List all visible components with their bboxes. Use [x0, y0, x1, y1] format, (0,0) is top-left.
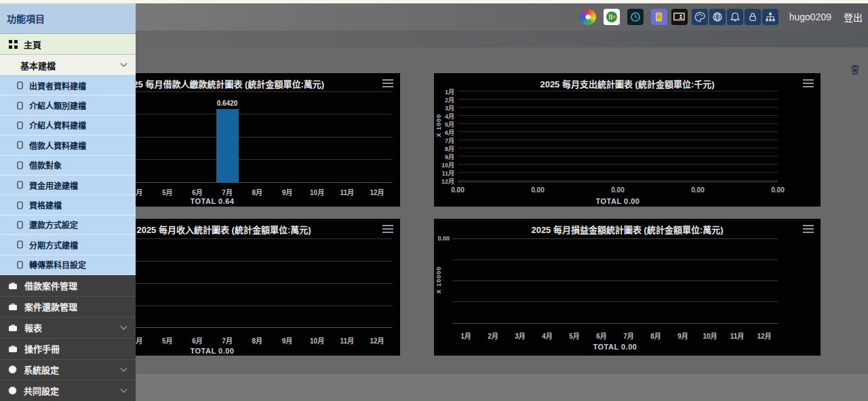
- sidebar-item-qualification[interactable]: 資格建檔: [0, 195, 136, 215]
- hamburger-menu-icon[interactable]: [803, 79, 814, 87]
- sidebar-item-label: 主頁: [24, 38, 41, 51]
- bell-icon[interactable]: [727, 9, 743, 25]
- sphere-icon: [8, 386, 17, 395]
- form-icon: [17, 121, 23, 129]
- sidebar-item-manual[interactable]: 操作手冊: [0, 338, 136, 359]
- sidebar-item-installment-method[interactable]: 分期方式建檔: [0, 235, 136, 255]
- sidebar-item-system-settings[interactable]: 系統設定: [0, 359, 136, 380]
- username[interactable]: hugo0209: [789, 12, 831, 22]
- y-axis-zero-tick: 0.00: [434, 235, 450, 242]
- sidebar-title: 功能項目: [0, 3, 136, 34]
- gridline: [458, 115, 778, 116]
- form-icon: [17, 141, 23, 149]
- chart-panel-profit: 2025 每月損益金額統計圖表 (統計金額單位:萬元) 0.00 X 10000…: [434, 219, 821, 356]
- chart-total-label: TOTAL 0.00: [458, 197, 778, 205]
- sidebar-group-label: 基本建檔: [20, 59, 56, 72]
- chevron-down-icon: [120, 325, 127, 330]
- chart-title: 2025 每月支出統計圖表 (統計金額單位:千元): [434, 77, 821, 90]
- presentation-icon[interactable]: [671, 9, 688, 25]
- briefcase-icon: [8, 345, 18, 353]
- plot-area: [452, 238, 778, 324]
- hamburger-menu-icon[interactable]: [803, 225, 814, 233]
- sidebar-item-referrer-category[interactable]: 介紹人類別建檔: [0, 96, 136, 115]
- y-axis-labels: 1月2月3月4月5月6月7月8月9月10月11月12月: [434, 88, 454, 186]
- sidebar-item-home[interactable]: 主頁: [0, 34, 136, 55]
- x-axis-ticks: 0.00 0.00 0.00 0.00 0.00: [458, 186, 778, 194]
- form-icon: [17, 261, 23, 269]
- form-icon: [17, 221, 23, 229]
- gridline: [458, 164, 778, 165]
- gridline: [458, 140, 778, 140]
- chart-title: 2025 每月損益金額統計圖表 (統計金額單位:萬元): [434, 223, 821, 236]
- gridline: [452, 259, 778, 260]
- gridline: [452, 301, 778, 302]
- palette-icon[interactable]: [692, 9, 708, 25]
- gridline: [452, 280, 778, 281]
- chevron-down-icon: [120, 388, 127, 393]
- sidebar-item-case-repayment-mgmt[interactable]: 案件還款管理: [0, 296, 136, 317]
- form-icon: [17, 201, 23, 209]
- sidebar-group-basic[interactable]: 基本建檔: [0, 55, 136, 76]
- form-icon: [17, 161, 23, 169]
- gridline: [458, 91, 778, 91]
- sidebar: 功能項目 主頁 基本建檔 出資者資料建檔 介紹人類別建檔 介紹人資料建檔 借款人…: [0, 3, 136, 401]
- sidebar-item-voucher-subject[interactable]: 轉傳票科目設定: [0, 255, 136, 275]
- form-icon: [17, 240, 23, 249]
- chevron-down-icon: [120, 367, 127, 372]
- grid-icon: [9, 40, 18, 49]
- bank-icon[interactable]: [604, 9, 620, 25]
- form-icon: [17, 181, 23, 189]
- briefcase-icon: [8, 282, 18, 290]
- pinwheel-icon[interactable]: [580, 9, 596, 25]
- x-axis-labels: 1月2月3月4月5月6月7月8月9月10月11月12月: [452, 331, 778, 341]
- y-axis-unit: X 10000: [435, 266, 442, 294]
- sidebar-item-loan-target[interactable]: 借款對象: [0, 156, 136, 175]
- chart-panel-expense: 2025 每月支出統計圖表 (統計金額單位:千元) X 1000 1月2月3月4…: [434, 73, 821, 207]
- hamburger-menu-icon[interactable]: [382, 79, 393, 87]
- sidebar-item-borrower-data[interactable]: 借款人資料建檔: [0, 135, 136, 155]
- zero-gridline: [452, 238, 778, 239]
- sitemap-icon[interactable]: [762, 9, 778, 25]
- form-icon: [17, 81, 23, 89]
- bar-july[interactable]: [216, 109, 239, 182]
- sidebar-item-referrer-data[interactable]: 介紹人資料建檔: [0, 116, 136, 135]
- briefcase-icon: [8, 303, 18, 311]
- scroll-icon[interactable]: [651, 9, 667, 25]
- sidebar-item-investor-data[interactable]: 出資者資料建檔: [0, 76, 136, 96]
- gridline: [458, 107, 778, 108]
- clock-icon[interactable]: [627, 9, 644, 25]
- chevron-down-icon: [120, 63, 127, 68]
- gridline: [458, 148, 778, 148]
- hamburger-menu-icon[interactable]: [382, 225, 393, 233]
- globe-icon[interactable]: [709, 9, 726, 25]
- sidebar-item-fund-usage[interactable]: 資金用途建檔: [0, 175, 136, 195]
- gridline: [458, 123, 778, 124]
- gridline: [458, 131, 778, 132]
- form-icon: [17, 102, 23, 110]
- sphere-icon: [8, 365, 17, 374]
- gridline: [458, 180, 778, 181]
- gridline: [458, 99, 778, 100]
- gridline: [458, 156, 778, 156]
- lock-icon[interactable]: [745, 9, 761, 25]
- chart-total-label: TOTAL 0.00: [452, 343, 778, 351]
- plot-area: [458, 91, 778, 182]
- trash-icon[interactable]: [850, 64, 860, 75]
- bar-value-label: 0.6420: [200, 100, 254, 107]
- sidebar-item-common-settings[interactable]: 共同設定: [0, 380, 136, 401]
- gridline: [458, 172, 778, 173]
- sidebar-item-loan-case-mgmt[interactable]: 借款案件管理: [0, 275, 136, 296]
- sidebar-item-repayment-method[interactable]: 還款方式設定: [0, 215, 136, 235]
- sidebar-item-reports[interactable]: 報表: [0, 317, 136, 338]
- briefcase-icon: [8, 324, 18, 332]
- logout-button[interactable]: 登出: [844, 10, 863, 24]
